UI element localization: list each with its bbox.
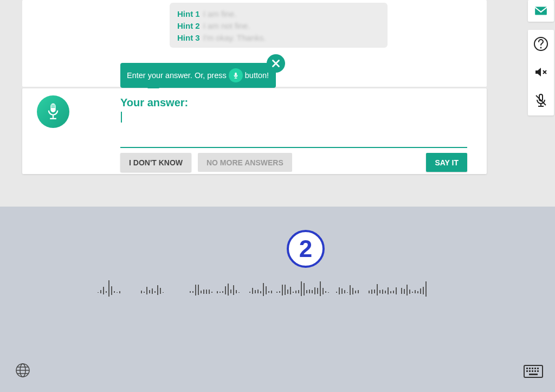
speaker-muted-icon	[533, 65, 548, 80]
button-row: I DON'T KNOW NO MORE ANSWERS SAY IT	[120, 153, 467, 172]
microphone-avatar[interactable]	[37, 95, 69, 128]
svg-rect-18	[526, 368, 528, 369]
mic-off-button[interactable]	[533, 93, 548, 108]
mute-button[interactable]	[533, 65, 548, 80]
svg-rect-2	[234, 78, 237, 79]
hint-text-3: I'm okay. Thanks.	[203, 32, 266, 44]
svg-point-11	[540, 47, 542, 49]
say-it-button[interactable]: SAY IT	[426, 153, 467, 172]
step-number-badge: 2	[287, 230, 325, 268]
svg-rect-21	[534, 368, 536, 369]
tooltip-close-button[interactable]	[267, 54, 285, 73]
svg-rect-4	[51, 105, 55, 105]
svg-rect-28	[529, 374, 538, 375]
svg-rect-23	[526, 370, 528, 372]
step-number: 2	[299, 235, 312, 262]
svg-rect-0	[235, 73, 237, 76]
hint-text-2: I am not fine.	[203, 20, 250, 32]
svg-rect-27	[537, 370, 539, 372]
svg-rect-19	[529, 368, 531, 369]
your-answer-label: Your answer:	[120, 97, 188, 109]
svg-rect-7	[53, 115, 54, 118]
svg-rect-20	[532, 368, 533, 369]
microphone-icon	[229, 68, 243, 82]
i-dont-know-button[interactable]: I DON'T KNOW	[120, 153, 191, 172]
svg-rect-9	[535, 7, 547, 15]
right-rail	[528, 0, 555, 115]
hint-row: Hint 1 I am fine.	[177, 8, 380, 20]
svg-rect-24	[529, 370, 531, 372]
hint-text-1: I am fine.	[203, 8, 237, 20]
svg-rect-13	[540, 104, 541, 106]
email-button[interactable]	[528, 0, 554, 22]
close-icon	[270, 57, 282, 69]
waveform-bars	[0, 288, 555, 297]
email-icon	[534, 4, 548, 18]
hint-label-2: Hint 2	[177, 20, 200, 32]
microphone-off-icon	[533, 93, 548, 108]
hints-box: Hint 1 I am fine. Hint 2 I am not fine. …	[170, 3, 388, 48]
microphone-icon	[46, 102, 61, 121]
svg-rect-14	[538, 106, 544, 107]
svg-rect-8	[50, 118, 56, 119]
tooltip-text-pre: Enter your answer. Or, press	[127, 71, 227, 80]
help-icon	[533, 36, 548, 52]
globe-icon	[15, 363, 30, 378]
hint-row: Hint 2 I am not fine.	[177, 20, 380, 32]
help-button[interactable]	[533, 36, 548, 52]
keyboard-icon	[524, 365, 543, 378]
main-top-area: Hint 1 I am fine. Hint 2 I am not fine. …	[0, 0, 555, 207]
no-more-answers-button[interactable]: NO MORE ANSWERS	[198, 153, 292, 172]
svg-rect-1	[235, 76, 236, 78]
hint-label-1: Hint 1	[177, 8, 200, 20]
hint-row: Hint 3 I'm okay. Thanks.	[177, 32, 380, 44]
svg-rect-26	[534, 370, 536, 372]
enter-answer-tooltip: Enter your answer. Or, press button!	[120, 63, 276, 88]
hint-label-3: Hint 3	[177, 32, 200, 44]
keyboard-button[interactable]	[524, 365, 543, 380]
right-rail-stack	[528, 30, 554, 115]
svg-rect-22	[537, 368, 539, 369]
svg-rect-5	[51, 106, 55, 107]
recording-panel	[0, 207, 555, 392]
svg-rect-6	[51, 107, 55, 108]
language-button[interactable]	[15, 363, 30, 378]
tooltip-text-post: button!	[245, 71, 269, 80]
svg-rect-25	[532, 370, 533, 372]
answer-input[interactable]	[120, 112, 467, 148]
